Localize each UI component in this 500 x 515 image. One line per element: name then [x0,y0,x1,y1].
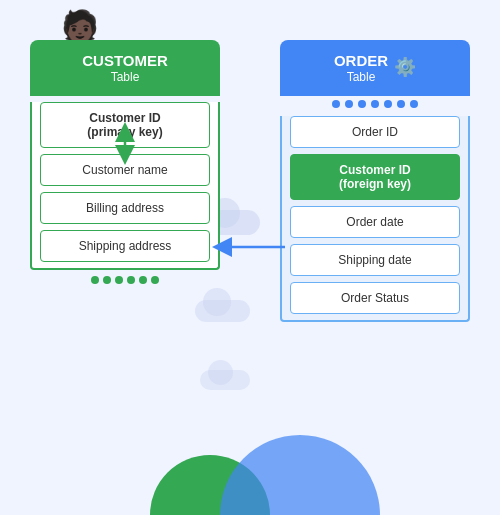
order-dot-2 [345,100,353,108]
customer-id-field: Customer ID(primary key) [40,102,210,148]
order-id-field: Order ID [290,116,460,148]
shipping-date-field: Shipping date [290,244,460,276]
order-customer-id-field: Customer ID(foreign key) [290,154,460,200]
customer-table-title: CUSTOMER [40,52,210,70]
shipping-address-field: Shipping address [40,230,210,262]
bottom-blue-shape [220,435,380,515]
customer-table: CUSTOMER Table Customer ID(primary key) … [30,40,220,290]
order-dot-5 [384,100,392,108]
dot-6 [151,276,159,284]
dot-1 [91,276,99,284]
order-dot-6 [397,100,405,108]
cloud-decoration-2 [195,300,250,322]
dot-4 [127,276,135,284]
order-date-field: Order date [290,206,460,238]
order-table-fields: Order ID Customer ID(foreign key) Order … [280,116,470,322]
order-table-dots-top [280,96,470,110]
dot-5 [139,276,147,284]
order-dot-1 [332,100,340,108]
customer-table-fields: Customer ID(primary key) Customer name B… [30,102,220,270]
customer-table-header: CUSTOMER Table [30,40,220,96]
order-table-title: ORDER Table [334,52,388,84]
cloud-decoration-3 [200,370,250,390]
billing-address-field: Billing address [40,192,210,224]
customer-table-subtitle: Table [40,70,210,84]
order-dot-7 [410,100,418,108]
order-table-header: ORDER Table ⚙️ [280,40,470,96]
gear-icon: ⚙️ [394,57,416,79]
customer-table-dots [30,270,220,290]
customer-name-field: Customer name [40,154,210,186]
order-dot-4 [371,100,379,108]
order-dot-3 [358,100,366,108]
dot-2 [103,276,111,284]
dot-3 [115,276,123,284]
order-status-field: Order Status [290,282,460,314]
order-table: ORDER Table ⚙️ Order ID Customer ID(fore… [280,40,470,322]
